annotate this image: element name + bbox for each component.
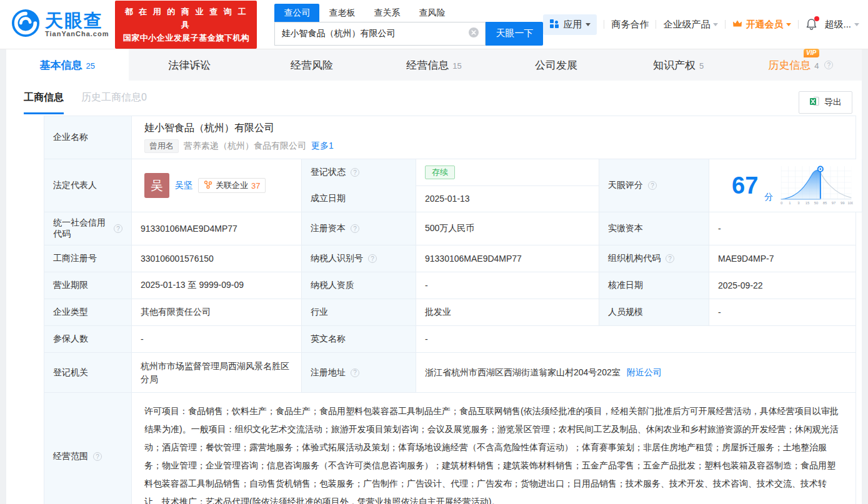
enterprise-label: 企业级产品 (663, 19, 710, 31)
subtab-history-registration[interactable]: 历史工商信息0 (81, 91, 147, 114)
help-icon[interactable] (648, 181, 657, 190)
company-name: 娃小智食品（杭州）有限公司 (144, 122, 274, 135)
nearby-companies-link[interactable]: 附近公司 (627, 367, 662, 378)
reg-status-label: 登记状态 (302, 159, 416, 186)
chevron-down-icon (586, 23, 591, 29)
legal-rep-link[interactable]: 吴坚 (175, 180, 192, 191)
divider (798, 20, 799, 29)
table-row: 企业类型 其他有限责任公司 行业 批发业 人员规模 - (44, 299, 856, 326)
notification-bell[interactable] (806, 18, 817, 31)
divider (656, 20, 656, 29)
english-name-label: 英文名称 (302, 326, 416, 353)
top-nav: 应用 商务合作 企业级产品 开通会员 (543, 14, 868, 35)
notification-dot (814, 16, 819, 21)
help-icon[interactable] (351, 168, 359, 177)
subtabs: 工商信息 历史工商信息0 (24, 91, 147, 114)
page: 天眼查 TianYanCha.com 都 在 用 的 商 业 查 询 工 具 国… (0, 0, 868, 504)
business-info-table: 企业名称 娃小智食品（杭州）有限公司 曾用名 营养素递（杭州）食品有限公司 更多… (44, 116, 856, 504)
tab-legal-litigation[interactable]: 法律诉讼 (129, 49, 251, 81)
tab-history-info[interactable]: 历史信息 VIP 4 (739, 49, 862, 81)
more-former-names-link[interactable]: 更多1 (311, 141, 334, 152)
chevron-down-icon (786, 23, 791, 29)
help-icon[interactable] (114, 224, 122, 233)
reg-number-value: 330106001576150 (132, 245, 302, 272)
tab-operation-info[interactable]: 经营信息 15 (373, 49, 496, 81)
svg-text:50: 50 (814, 201, 819, 205)
legal-rep-cell: 吴 吴坚 关联企业 37 (132, 159, 302, 212)
score-cell: 67 分 (709, 159, 862, 212)
svg-text:3: 3 (798, 201, 801, 205)
tab-count: 5 (699, 61, 704, 71)
basic-info-card: 工商信息 历史工商信息0 导出 企业名称 娃小智食品 (6, 81, 862, 504)
business-term-label: 营业期限 (44, 272, 132, 299)
clear-icon[interactable] (469, 27, 479, 40)
svg-text:85: 85 (823, 201, 827, 205)
tab-intellectual-property[interactable]: 知识产权 5 (617, 49, 740, 81)
tab-count: 25 (86, 61, 95, 71)
help-icon[interactable] (351, 368, 359, 377)
subtab-business-registration[interactable]: 工商信息 (24, 91, 64, 114)
logo[interactable]: 天眼查 TianYanCha.com (11, 9, 109, 40)
search-input[interactable] (281, 29, 469, 39)
nav-business-cooperation[interactable]: 商务合作 (611, 19, 649, 31)
related-count: 37 (251, 181, 260, 190)
brand-name: 天眼查 (45, 11, 109, 30)
org-code-value: MAE9D4MP-7 (709, 245, 856, 272)
search-tab-boss[interactable]: 查老板 (319, 4, 364, 22)
tianyancha-logo-icon (11, 9, 40, 40)
tab-label: 历史信息 (768, 58, 811, 72)
avatar[interactable]: 吴 (144, 173, 169, 198)
table-row: 营业期限 2025-01-13 至 9999-09-09 纳税人资质 - 核准日… (44, 272, 856, 299)
insured-count-label: 参保人数 (44, 326, 132, 353)
tab-label: 公司发展 (535, 58, 577, 72)
help-icon[interactable] (368, 254, 377, 263)
status-badge: 存续 (425, 166, 455, 179)
help-icon[interactable] (351, 224, 359, 233)
svg-text:99: 99 (841, 201, 845, 205)
table-row: 企业名称 娃小智食品（杭州）有限公司 曾用名 营养素递（杭州）食品有限公司 更多… (44, 116, 856, 159)
paid-capital-label: 实缴资本 (599, 212, 709, 245)
company-name-label: 企业名称 (44, 116, 132, 159)
score-value: 67 (732, 174, 758, 197)
company-type-value: 其他有限责任公司 (132, 299, 302, 326)
staff-size-value: - (709, 299, 856, 326)
reg-capital-label: 注册资本 (302, 212, 416, 245)
nav-open-vip[interactable]: 开通会员 (732, 19, 791, 31)
table-row: 工商注册号 330106001576150 纳税人识别号 91330106MAE… (44, 245, 856, 272)
business-scope-value: 许可项目：食品销售；饮料生产；食品生产；食品用塑料包装容器工具制品生产；食品互联… (132, 393, 856, 504)
legal-rep-label: 法定代表人 (44, 159, 132, 212)
search-tab-risk[interactable]: 查风险 (409, 4, 454, 22)
export-button[interactable]: 导出 (799, 91, 852, 114)
tab-label: 基本信息 (40, 58, 82, 72)
svg-text:100: 100 (848, 201, 854, 205)
tab-count: 4 (814, 61, 819, 71)
nav-super-account[interactable]: 超级... (824, 19, 859, 31)
brand-domain: TianYanCha.com (45, 30, 109, 37)
chevron-down-icon (854, 23, 859, 29)
tab-basic-info[interactable]: 基本信息 25 (6, 49, 129, 81)
table-row: 登记机关 杭州市市场监督管理局西湖风景名胜区分局 注册地址 浙江省杭州市西湖区西… (44, 353, 856, 393)
industry-value: 批发业 (416, 299, 599, 326)
svg-text:97: 97 (832, 201, 836, 205)
cooperation-label: 商务合作 (611, 19, 649, 31)
search-tab-company[interactable]: 查公司 (274, 4, 319, 22)
svg-text:15: 15 (806, 201, 810, 205)
search-button[interactable]: 天眼一下 (486, 22, 543, 46)
help-icon[interactable] (93, 452, 102, 461)
chevron-down-icon (713, 23, 718, 29)
company-type-label: 企业类型 (44, 299, 132, 326)
tab-label: 经营风险 (291, 58, 333, 72)
tab-operation-risk[interactable]: 经营风险 (251, 49, 373, 81)
apps-menu[interactable]: 应用 (543, 14, 597, 35)
help-icon[interactable] (666, 254, 674, 263)
reg-status-cell: 存续 (416, 159, 599, 186)
nav-enterprise-products[interactable]: 企业级产品 (663, 19, 718, 31)
taxpayer-quality-label: 纳税人资质 (302, 272, 416, 299)
reg-authority-label: 登记机关 (44, 353, 132, 393)
search-tab-relation[interactable]: 查关系 (364, 4, 409, 22)
company-detail-tabs: 基本信息 25 法律诉讼 经营风险 经营信息 15 公司发展 知识产权 5 历史… (6, 49, 862, 81)
former-name: 营养素递（杭州）食品有限公司 (184, 141, 306, 152)
help-icon[interactable] (824, 61, 833, 69)
tab-company-development[interactable]: 公司发展 (495, 49, 617, 81)
related-companies-badge[interactable]: 关联企业 37 (198, 178, 266, 193)
